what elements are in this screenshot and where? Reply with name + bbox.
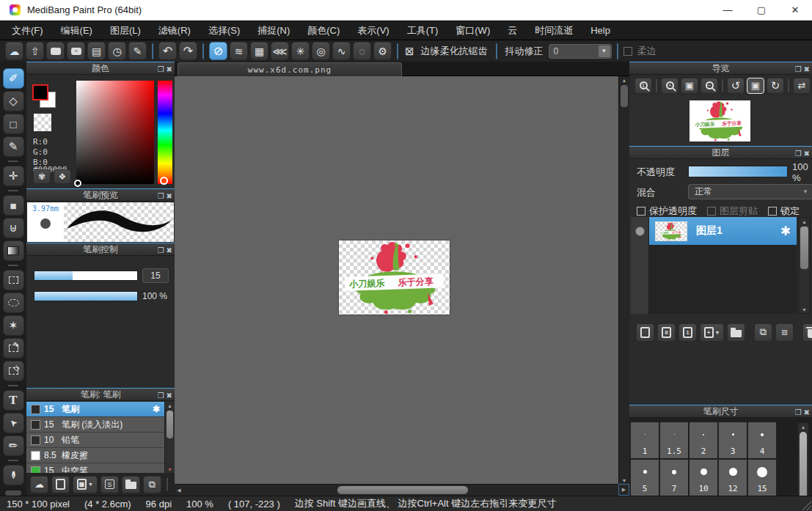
- close-icon[interactable]: ✖: [804, 408, 810, 416]
- document-button[interactable]: ▤: [87, 42, 106, 60]
- menu-item[interactable]: 文件(F): [3, 21, 52, 40]
- scroll-up-icon[interactable]: ▲: [799, 218, 810, 225]
- chevron-down-icon[interactable]: ▼: [599, 45, 610, 57]
- delete-layer-button[interactable]: [802, 323, 812, 342]
- canvas-horizontal-scrollbar[interactable]: ◀: [175, 484, 618, 496]
- redo-button[interactable]: ↷: [179, 42, 197, 60]
- snap-grid-button[interactable]: ▦: [250, 42, 268, 60]
- transparent-color-swatch[interactable]: [34, 114, 51, 131]
- brush-list-scrollbar[interactable]: ▲ ▼: [164, 402, 175, 473]
- close-icon[interactable]: ✖: [804, 150, 810, 158]
- scrollbar-thumb[interactable]: [337, 486, 468, 494]
- duplicate-brush-button[interactable]: ⧉: [143, 476, 161, 493]
- history-button[interactable]: ◷: [108, 42, 126, 60]
- visibility-icon[interactable]: [635, 227, 645, 236]
- tool-select-rect[interactable]: [3, 270, 24, 290]
- new-layer-button[interactable]: [636, 323, 654, 342]
- brush-size-cell[interactable]: 2: [690, 422, 717, 458]
- snap-parallel-button[interactable]: ≋: [230, 42, 248, 60]
- maximize-button[interactable]: ▢: [745, 0, 778, 20]
- close-icon[interactable]: ✖: [804, 65, 810, 73]
- brush-size-cell[interactable]: 7: [660, 460, 688, 496]
- tool-operation[interactable]: ➤: [3, 413, 24, 433]
- brush-folder-button[interactable]: [122, 476, 140, 493]
- popout-icon[interactable]: ❐: [795, 150, 802, 158]
- tool-eraser[interactable]: ◇: [3, 91, 24, 111]
- popout-icon[interactable]: ❐: [158, 65, 164, 73]
- rotate-ccw-button[interactable]: ↺: [727, 78, 745, 94]
- menu-item[interactable]: 图层(L): [101, 21, 150, 40]
- close-icon[interactable]: ✖: [167, 246, 172, 254]
- clipping-checkbox[interactable]: 图层剪贴: [707, 205, 758, 218]
- snap-settings-button[interactable]: ⚙: [373, 42, 392, 60]
- brush-size-cell[interactable]: 1: [631, 422, 659, 458]
- hue-cursor[interactable]: [160, 177, 168, 185]
- comment-button[interactable]: ≡: [67, 42, 85, 60]
- brush-size-cell[interactable]: 15: [748, 460, 776, 496]
- scrollbar-thumb[interactable]: [621, 85, 628, 107]
- scroll-down-icon[interactable]: ▼: [619, 477, 629, 484]
- lock-checkbox[interactable]: 锁定: [768, 205, 800, 218]
- community-button[interactable]: [46, 42, 65, 60]
- rotate-cw-button[interactable]: ↻: [767, 78, 784, 94]
- gear-icon[interactable]: ✱: [780, 224, 791, 239]
- jitter-dropdown[interactable]: 0 ▼: [549, 44, 612, 59]
- close-icon[interactable]: ✖: [167, 192, 172, 200]
- brush-list-item[interactable]: 15中空笔: [26, 463, 164, 473]
- new-folder-button[interactable]: [727, 323, 745, 342]
- fit-screen-button[interactable]: ▣: [681, 78, 698, 94]
- brush-size-cell[interactable]: 12: [719, 460, 747, 496]
- snap-radial-button[interactable]: ✳: [291, 42, 310, 60]
- scroll-down-icon[interactable]: ▼: [165, 466, 175, 473]
- new-1bit-layer-button[interactable]: 1: [679, 323, 697, 342]
- scroll-up-icon[interactable]: ▲: [798, 423, 808, 430]
- tool-text[interactable]: T: [3, 390, 24, 411]
- brush-list-item[interactable]: 10铅笔: [26, 433, 164, 448]
- tool-fill-rect[interactable]: ■: [3, 195, 24, 216]
- scrollbar-thumb[interactable]: [167, 411, 173, 438]
- reset-rotation-button[interactable]: ▣: [747, 78, 764, 94]
- protect-alpha-checkbox[interactable]: 保护透明度: [637, 205, 697, 218]
- tool-magic-wand[interactable]: ✶: [3, 315, 24, 336]
- layer-row[interactable]: 图层1 ✱: [649, 217, 797, 245]
- undo-button[interactable]: ↶: [158, 42, 177, 60]
- tool-lasso[interactable]: [3, 293, 24, 313]
- brush-size-cell[interactable]: 1.5: [660, 422, 688, 458]
- tool-palette-handle[interactable]: [5, 490, 21, 496]
- menu-item[interactable]: Help: [582, 21, 619, 40]
- add-brush-menu-button[interactable]: ▦▼: [73, 476, 98, 493]
- menu-item[interactable]: 窗口(W): [447, 21, 499, 40]
- scroll-down-icon[interactable]: ▼: [799, 306, 810, 313]
- saturation-value-picker[interactable]: [76, 81, 154, 184]
- zoom-out-button[interactable]: −: [701, 78, 718, 94]
- palette-transfer-button[interactable]: ❖: [54, 169, 71, 184]
- hue-slider[interactable]: [158, 81, 172, 184]
- blend-mode-dropdown[interactable]: 正常 ▼: [688, 184, 812, 199]
- brush-opacity-slider[interactable]: [34, 291, 138, 301]
- navigator-view[interactable]: [629, 95, 812, 146]
- zoom-in-button[interactable]: +: [661, 78, 679, 94]
- popout-icon[interactable]: ❐: [795, 408, 802, 416]
- tool-gradient[interactable]: [3, 240, 24, 261]
- menu-item[interactable]: 捕捉(N): [249, 21, 299, 40]
- brush-size-cell[interactable]: 4: [748, 422, 776, 458]
- tool-polyline-pen[interactable]: ✎: [3, 136, 24, 157]
- close-icon[interactable]: ✖: [167, 65, 172, 73]
- snap-ellipse-button[interactable]: ◌: [353, 42, 371, 60]
- menu-item[interactable]: 滤镜(R): [150, 21, 200, 40]
- brush-list-item[interactable]: 15笔刷✱: [26, 402, 164, 417]
- menu-item[interactable]: 编辑(E): [52, 21, 101, 40]
- brush-size-value[interactable]: 15: [142, 268, 169, 283]
- tool-select-pen[interactable]: ✎: [3, 338, 24, 359]
- menu-item[interactable]: 工具(T): [398, 21, 447, 40]
- tool-shape-rect[interactable]: □: [3, 114, 24, 134]
- gear-icon[interactable]: ✱: [153, 404, 160, 414]
- tool-bucket[interactable]: ⊎: [3, 218, 24, 238]
- tool-brush[interactable]: ✐: [3, 68, 24, 89]
- brush-size-cell[interactable]: 5: [631, 460, 659, 496]
- zoom-100-button[interactable]: 1: [634, 78, 652, 94]
- canvas-vertical-scrollbar[interactable]: ▲ ▼: [618, 76, 629, 484]
- brush-size-cell[interactable]: 10: [690, 460, 717, 496]
- scroll-right-icon[interactable]: ▶: [622, 487, 626, 493]
- popout-icon[interactable]: ❐: [158, 246, 164, 254]
